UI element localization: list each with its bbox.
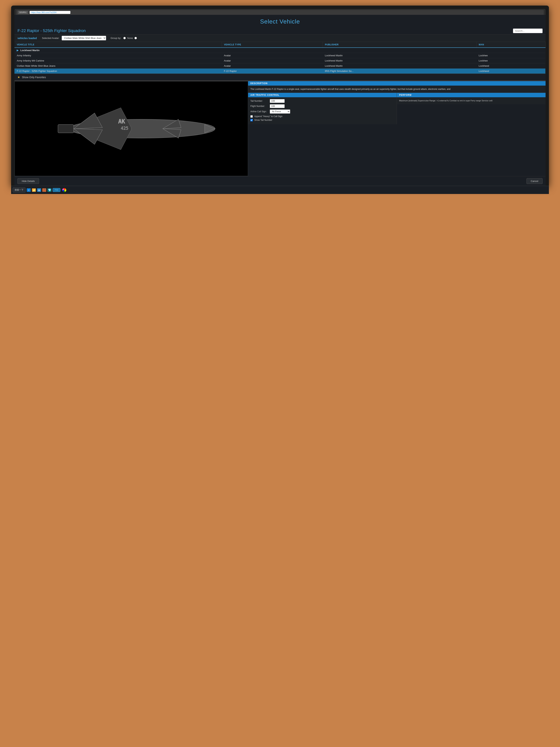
star-icon: ★: [18, 75, 20, 79]
callsign-label: Airline Call Sign:: [250, 110, 268, 113]
table-row[interactable]: Army Infantry Avatar Lockheed Martin Loc…: [15, 53, 545, 58]
description-header: DESCRIPTION: [248, 81, 545, 85]
flight-number-label: Flight Number:: [250, 105, 268, 107]
taskbar: 搜索一下 e 📁 ◉ 🎵 💎 P3D: [11, 186, 549, 194]
show-tail-checkbox[interactable]: [250, 119, 253, 121]
table-row[interactable]: Civilian Male White Shirt Blue Jeans Ava…: [15, 63, 545, 69]
flight-number-input[interactable]: [270, 104, 285, 108]
col-vehicle-type: VEHICLE TYPE: [222, 42, 323, 48]
row-vehicle-title: Civilian Male White Shirt Blue Jeans: [15, 63, 222, 69]
row-publisher: Lockheed Martin: [323, 63, 477, 69]
svg-marker-4: [74, 129, 103, 145]
bottom-bar: Hide Details Cancel: [15, 176, 545, 186]
details-right: DESCRIPTION The Lockheed Martin F-22 Rap…: [248, 81, 545, 176]
groupby-other-radio[interactable]: [134, 37, 137, 39]
selected-avatar-label: Selected Avatar:: [42, 37, 59, 40]
groupby-none-label: None: [127, 37, 133, 40]
flight-number-field: Flight Number:: [250, 104, 395, 108]
group-collapse-icon: ▶: [17, 49, 19, 52]
append-heavy-label: Append "Heavy" to Call Sign: [254, 115, 283, 118]
callsign-field: Airline Call Sign: Air Force: [250, 109, 395, 113]
col-man: MAN: [477, 42, 545, 48]
url-bar[interactable]: [30, 11, 70, 14]
svg-rect-7: [58, 125, 74, 133]
description-text: The Lockheed Martin F-22 Raptor is a sin…: [248, 85, 545, 93]
table-header-row: VEHICLE TITLE VEHICLE TYPE PUBLISHER MAN: [15, 42, 545, 48]
row-man: Lockheed: [477, 69, 545, 74]
row-vehicle-title: Army Infantry: [15, 53, 222, 58]
favorites-label: Show Only Favorites: [22, 76, 46, 79]
group-label: Lockheed Martin: [20, 49, 39, 52]
taskbar-gem[interactable]: 💎: [47, 188, 52, 192]
svg-point-10: [42, 154, 231, 166]
aircraft-svg: AK 425: [26, 81, 236, 176]
vehicle-table: VEHICLE TITLE VEHICLE TYPE PUBLISHER MAN…: [15, 42, 545, 74]
row-vehicle-type: Avatar: [222, 58, 323, 63]
hide-details-button[interactable]: Hide Details: [18, 178, 39, 184]
page-header: Select Vehicle: [15, 15, 545, 27]
show-tail-label: Show Tail Number: [254, 119, 272, 121]
row-publisher: IRIS Flight Simulation So...: [323, 69, 477, 74]
taskbar-p3d[interactable]: P3D: [53, 188, 60, 192]
performance-header: PERFORM: [397, 93, 545, 97]
table-row-selected[interactable]: F-22 Raptor - 525th Fighter Squadron F-2…: [15, 69, 545, 74]
aircraft-image: AK 425: [15, 81, 248, 176]
tail-number-field: Tail Number:: [250, 99, 395, 103]
row-vehicle-type: Avatar: [222, 53, 323, 58]
row-man: Lockhee: [477, 53, 545, 58]
svg-text:AK: AK: [118, 118, 125, 125]
tail-number-label: Tail Number:: [250, 100, 268, 102]
row-vehicle-type: Avatar: [222, 63, 323, 69]
append-heavy-row: Append "Heavy" to Call Sign: [250, 115, 395, 118]
taskbar-media[interactable]: 🎵: [42, 188, 46, 192]
row-man: Lockhee: [477, 58, 545, 63]
row-publisher: Lockheed Martin: [323, 53, 477, 58]
append-heavy-checkbox[interactable]: [250, 115, 253, 118]
vehicles-loaded-label: vehicles loaded: [18, 37, 39, 40]
svg-marker-3: [74, 113, 103, 129]
search-label: 搜索一下: [15, 188, 24, 191]
groupby-label: Group by:: [111, 37, 121, 40]
col-vehicle-title: VEHICLE TITLE: [15, 42, 222, 48]
vehicle-header-title: F-22 Raptor - 525th Fighter Squadron: [18, 28, 510, 33]
taskbar-browser[interactable]: ◉: [37, 188, 41, 192]
svg-text:425: 425: [121, 126, 129, 131]
page-title: Select Vehicle: [15, 18, 545, 25]
col-publisher: PUBLISHER: [323, 42, 477, 48]
row-vehicle-title: Army Infantry M4 Carbine: [15, 58, 222, 63]
vehicle-header: F-22 Raptor - 525th Fighter Squadron: [15, 27, 545, 34]
groupby-radios: None: [123, 37, 137, 40]
taskbar-ie[interactable]: e: [27, 188, 31, 192]
tail-number-input[interactable]: [270, 99, 285, 103]
avatar-select[interactable]: Civilian Male White Shirt Blue Jeans: [62, 36, 106, 41]
taskbar-rainbow[interactable]: [62, 188, 66, 192]
performance-body: Maximum [estimate] Supercruise Range: >1…: [397, 97, 545, 104]
performance-panel: PERFORM Maximum [estimate] Supercruise R…: [397, 93, 545, 124]
callsign-select[interactable]: Air Force: [270, 109, 290, 113]
table-row[interactable]: Army Infantry M4 Carbine Avatar Lockheed…: [15, 58, 545, 63]
atc-panel: AIR TRAFFIC CONTROL Tail Number: Flight …: [248, 93, 397, 124]
cancel-button[interactable]: Cancel: [527, 178, 542, 184]
taskbar-folder[interactable]: 📁: [32, 188, 36, 192]
details-section: AK 425 DESCRIPTION The Lockheed Martin F…: [15, 81, 545, 176]
row-vehicle-type: F-22 Raptor: [222, 69, 323, 74]
row-vehicle-title: F-22 Raptor - 525th Fighter Squadron: [15, 69, 222, 74]
groupby-none-radio[interactable]: [123, 37, 126, 39]
atc-header: AIR TRAFFIC CONTROL: [248, 93, 397, 97]
favorites-row[interactable]: ★ Show Only Favorites: [15, 74, 545, 81]
show-tail-row: Show Tail Number: [250, 119, 395, 121]
atc-body: Tail Number: Flight Number: Airline Call…: [248, 97, 397, 124]
search-input[interactable]: [513, 28, 542, 33]
row-publisher: Lockheed Martin: [323, 58, 477, 63]
atc-section: AIR TRAFFIC CONTROL Tail Number: Flight …: [248, 93, 545, 124]
avatar-bar: vehicles loaded Selected Avatar: Civilia…: [15, 34, 545, 42]
row-man: Lockheed: [477, 63, 545, 69]
table-group-row[interactable]: ▶ Lockheed Martin: [15, 48, 545, 53]
taskbar-search[interactable]: 搜索一下: [12, 187, 26, 192]
copy-url-button[interactable]: 复制网址: [18, 11, 28, 14]
